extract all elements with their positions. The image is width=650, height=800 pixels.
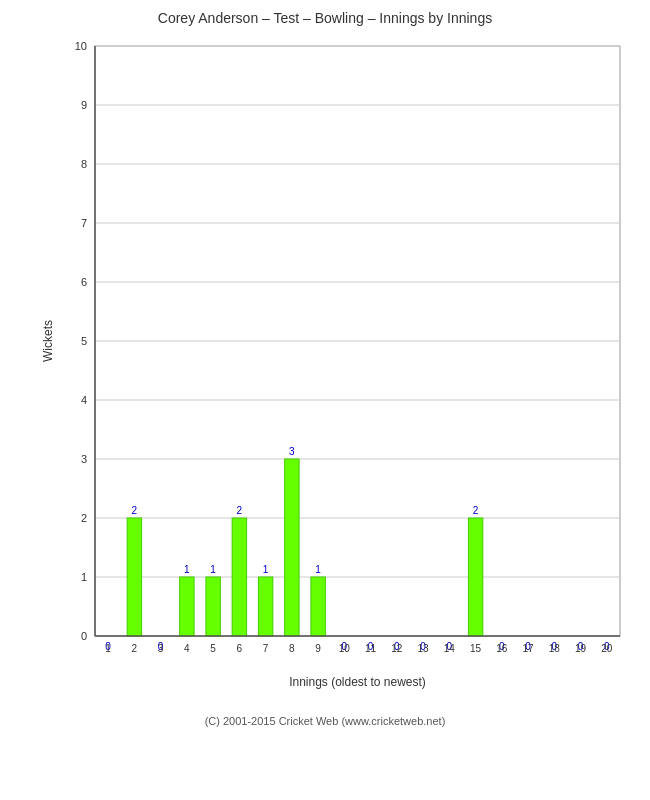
svg-text:16: 16 <box>496 643 508 654</box>
svg-text:2: 2 <box>132 643 138 654</box>
svg-text:7: 7 <box>81 217 87 229</box>
chart-title: Corey Anderson – Test – Bowling – Inning… <box>158 10 492 26</box>
svg-text:2: 2 <box>237 505 243 516</box>
svg-text:19: 19 <box>575 643 587 654</box>
chart-container: Corey Anderson – Test – Bowling – Inning… <box>0 0 650 800</box>
svg-rect-60 <box>468 518 482 636</box>
svg-text:1: 1 <box>81 571 87 583</box>
svg-text:11: 11 <box>365 643 377 654</box>
svg-rect-32 <box>180 577 194 636</box>
svg-text:6: 6 <box>81 276 87 288</box>
svg-text:2: 2 <box>473 505 479 516</box>
svg-text:4: 4 <box>81 394 87 406</box>
svg-text:0: 0 <box>81 630 87 642</box>
footer-text: (C) 2001-2015 Cricket Web (www.cricketwe… <box>205 715 446 727</box>
svg-text:3: 3 <box>289 446 295 457</box>
svg-text:4: 4 <box>184 643 190 654</box>
svg-text:1: 1 <box>210 564 216 575</box>
svg-text:9: 9 <box>315 643 321 654</box>
chart-area: 012345678910Wickets012203141526173819010… <box>40 31 640 711</box>
svg-text:9: 9 <box>81 99 87 111</box>
svg-text:5: 5 <box>81 335 87 347</box>
svg-rect-35 <box>206 577 220 636</box>
svg-text:Wickets: Wickets <box>41 320 55 362</box>
svg-text:8: 8 <box>81 158 87 170</box>
svg-text:10: 10 <box>339 643 351 654</box>
svg-text:8: 8 <box>289 643 295 654</box>
svg-text:13: 13 <box>418 643 430 654</box>
svg-text:6: 6 <box>237 643 243 654</box>
svg-text:1: 1 <box>184 564 190 575</box>
chart-svg: 012345678910Wickets012203141526173819010… <box>40 31 640 711</box>
svg-text:1: 1 <box>315 564 321 575</box>
svg-text:15: 15 <box>470 643 482 654</box>
svg-rect-41 <box>258 577 272 636</box>
svg-rect-47 <box>311 577 325 636</box>
svg-text:1: 1 <box>105 643 111 654</box>
svg-text:17: 17 <box>523 643 535 654</box>
svg-text:10: 10 <box>75 40 87 52</box>
svg-rect-27 <box>127 518 141 636</box>
svg-text:20: 20 <box>601 643 613 654</box>
svg-text:3: 3 <box>158 643 164 654</box>
svg-text:3: 3 <box>81 453 87 465</box>
svg-text:Innings (oldest to newest): Innings (oldest to newest) <box>289 675 426 689</box>
svg-text:2: 2 <box>81 512 87 524</box>
svg-rect-38 <box>232 518 246 636</box>
svg-text:2: 2 <box>132 505 138 516</box>
svg-text:14: 14 <box>444 643 456 654</box>
svg-text:5: 5 <box>210 643 216 654</box>
svg-rect-44 <box>285 459 299 636</box>
svg-text:7: 7 <box>263 643 269 654</box>
svg-text:12: 12 <box>391 643 403 654</box>
svg-text:1: 1 <box>263 564 269 575</box>
svg-text:18: 18 <box>549 643 561 654</box>
